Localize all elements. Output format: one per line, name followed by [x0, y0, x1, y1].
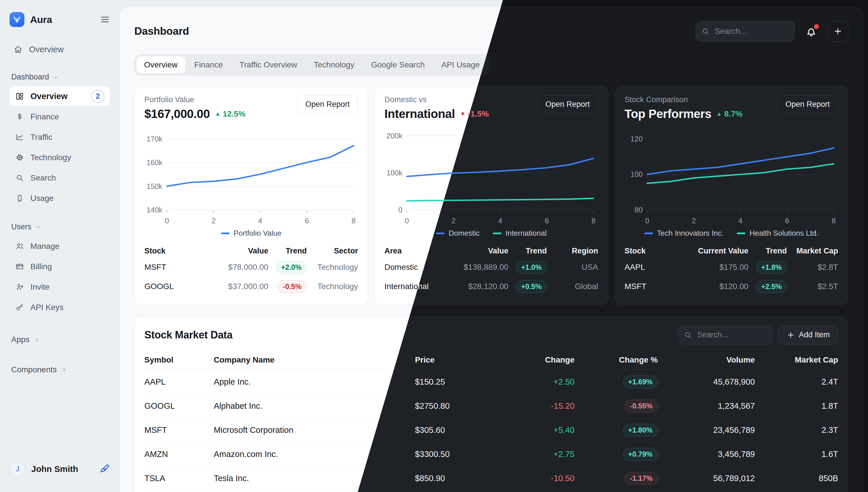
- triangle-down-icon: ▼: [460, 111, 466, 117]
- tab-google-search[interactable]: Google Search: [364, 56, 432, 73]
- cell-trend: +1.8%: [748, 258, 787, 277]
- add-item-button[interactable]: Add Item: [778, 325, 838, 344]
- delta-value: -1.5%: [468, 109, 489, 119]
- open-report-button[interactable]: Open Report: [297, 95, 358, 114]
- cell-change-pct: +1.80%: [575, 418, 658, 442]
- section-label-text: Dashboard: [11, 73, 49, 81]
- legend-item: Portfolio Value: [221, 229, 281, 238]
- sidebar-item-invite[interactable]: Invite: [9, 277, 110, 297]
- section-label-dashboard[interactable]: Dashboard: [9, 73, 110, 81]
- table-controls: Add Item: [678, 325, 838, 344]
- cell-trend: -0.5%: [268, 277, 307, 296]
- tab-finance[interactable]: Finance: [187, 56, 231, 73]
- key-icon: [15, 303, 24, 312]
- global-search-input[interactable]: [695, 21, 795, 42]
- legend-label: International: [505, 229, 547, 238]
- cell-symbol: TSLA: [144, 466, 214, 490]
- legend-swatch: [644, 232, 653, 234]
- delta-up: ▲12.5%: [215, 109, 245, 119]
- chart-legend: Portfolio Value: [144, 228, 358, 239]
- cell-symbol: AAPL: [144, 370, 214, 394]
- svg-text:6: 6: [545, 217, 549, 225]
- cell-name: GOOGL: [144, 277, 198, 296]
- sidebar-item-traffic[interactable]: Traffic: [9, 127, 110, 147]
- aura-logo: [9, 12, 24, 27]
- cell-value: $78,000.00: [198, 258, 268, 277]
- add-new-button[interactable]: [827, 21, 848, 42]
- cell-change-pct: +1.69%: [575, 370, 658, 394]
- cell-price: $850.90: [415, 466, 491, 490]
- divider: [9, 354, 110, 355]
- header-controls: [695, 21, 848, 42]
- column-header: Trend: [748, 243, 787, 258]
- change-pct-badge: +1.69%: [623, 375, 658, 388]
- open-report-button[interactable]: Open Report: [777, 95, 838, 114]
- sidebar-item-technology[interactable]: Technology: [9, 147, 110, 168]
- cell-market-cap: 1.8T: [755, 394, 838, 418]
- sidebar: Aura Overview DashboardOverview2FinanceT…: [0, 0, 120, 492]
- card-title-row: $167,000.00▲12.5%: [144, 107, 245, 121]
- legend-swatch: [737, 232, 745, 234]
- open-report-button[interactable]: Open Report: [537, 95, 598, 114]
- cell-extra: Technology: [307, 258, 358, 277]
- cell-change: +5.40: [491, 418, 574, 442]
- sidebar-link-apps[interactable]: Apps: [9, 331, 110, 348]
- cell-price: $450.30: [415, 490, 491, 492]
- column-header: Market Cap: [787, 243, 838, 258]
- sidebar-link-components[interactable]: Components: [9, 362, 110, 378]
- svg-text:2: 2: [692, 217, 696, 225]
- notifications-button[interactable]: [804, 25, 818, 38]
- card-icon: [15, 262, 24, 271]
- table-search: [678, 325, 773, 344]
- legend-item: International: [493, 229, 547, 238]
- divider: [9, 324, 110, 325]
- cell-change-pct: -1.17%: [575, 466, 658, 490]
- legend-label: Portfolio Value: [234, 229, 281, 238]
- svg-text:160k: 160k: [147, 158, 163, 167]
- svg-text:80: 80: [634, 205, 642, 214]
- legend-item: Health Solutions Ltd.: [737, 229, 818, 238]
- trend-badge: +1.0%: [516, 261, 547, 274]
- tab-api-usage[interactable]: API Usage: [433, 56, 488, 73]
- trend-badge: +1.8%: [756, 261, 787, 274]
- column-header-market-cap: Market Cap: [755, 350, 838, 370]
- cell-value: $37,000.00: [198, 277, 268, 296]
- theme-brush-icon[interactable]: [99, 463, 110, 475]
- chevron-right-icon: [33, 337, 40, 343]
- tab-technology[interactable]: Technology: [306, 56, 362, 73]
- sidebar-item-billing[interactable]: Billing: [9, 256, 110, 277]
- user-row[interactable]: J John Smith: [9, 461, 110, 477]
- sidebar-item-overview[interactable]: Overview2: [9, 86, 110, 106]
- section-label-users[interactable]: Users: [9, 222, 110, 231]
- sidebar-item-usage[interactable]: Usage: [9, 188, 110, 208]
- column-header: Sector: [307, 243, 358, 258]
- sidebar-item-label: Search: [30, 173, 56, 182]
- sidebar-item-api-keys[interactable]: API Keys: [9, 297, 110, 318]
- hamburger-icon[interactable]: [100, 14, 110, 25]
- trend-badge: +2.5%: [756, 280, 787, 293]
- count-badge: 2: [91, 90, 104, 103]
- column-header-volume: Volume: [658, 350, 755, 370]
- cell-company: Apple Inc.: [214, 370, 415, 394]
- svg-text:0: 0: [405, 217, 409, 225]
- cell-name: AAPL: [625, 258, 678, 277]
- sidebar-item-finance[interactable]: Finance: [9, 106, 110, 127]
- cell-volume: 67,890,123: [658, 490, 755, 492]
- column-header-change: Change %: [575, 350, 658, 370]
- cell-name: MSFT: [144, 258, 198, 277]
- tab-traffic-overview[interactable]: Traffic Overview: [232, 56, 305, 73]
- svg-text:2: 2: [451, 217, 455, 225]
- cell-value: $120.00: [678, 277, 749, 296]
- column-header: Value: [198, 243, 268, 258]
- tab-overview[interactable]: Overview: [137, 56, 185, 73]
- sidebar-item-manage[interactable]: Manage: [9, 236, 110, 256]
- sidebar-item-overview-top[interactable]: Overview: [9, 40, 110, 58]
- users-icon: [15, 242, 24, 251]
- svg-text:4: 4: [738, 217, 742, 225]
- sidebar-item-label: Technology: [30, 153, 71, 162]
- change-pct-badge: +0.79%: [623, 448, 658, 461]
- cell-change: -10.50: [491, 466, 574, 490]
- sidebar-item-search[interactable]: Search: [9, 168, 110, 188]
- change-pct-badge: -0.55%: [625, 399, 658, 413]
- dashboard-tabs: OverviewFinanceTraffic OverviewTechnolog…: [134, 54, 489, 75]
